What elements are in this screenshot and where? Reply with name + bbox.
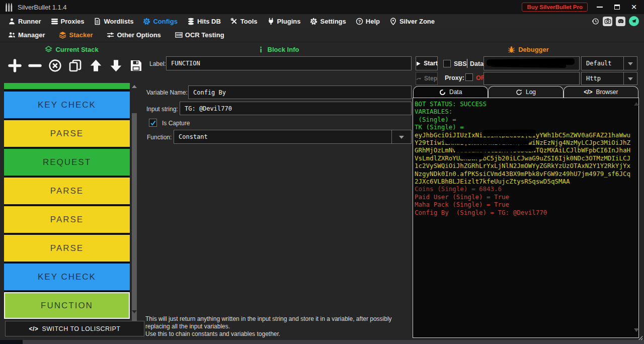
- menu-item-label: Tools: [240, 18, 258, 25]
- duplicate-block-button[interactable]: [68, 59, 82, 72]
- proxy-input[interactable]: [484, 72, 580, 85]
- svg-text:?: ?: [358, 19, 361, 24]
- plugins-icon: [267, 18, 275, 25]
- label-input[interactable]: [166, 56, 412, 70]
- move-down-button[interactable]: [109, 59, 123, 72]
- console-line: VsLmdlZXRoYUBnbWFpbC5jb20iLCJwaG9uZSI6Ij…: [415, 154, 638, 162]
- menu-item-tools[interactable]: Tools: [230, 18, 258, 25]
- submenu-item-label: Manager: [18, 31, 45, 39]
- add-block-button[interactable]: [8, 59, 22, 72]
- submenu-item-stacker[interactable]: Stacker: [59, 31, 93, 39]
- bot-type-select[interactable]: Default: [581, 56, 637, 70]
- console-line: NzgyNDk0In0.afPKSsiCVmd43BX9mPbk8vFGW9z4…: [415, 170, 638, 178]
- ocr-testing-icon: R: [175, 31, 183, 39]
- telegram-icon[interactable]: [629, 16, 639, 26]
- menu-item-runner[interactable]: Runner: [8, 18, 41, 25]
- step-button[interactable]: Step: [416, 72, 438, 85]
- select-divider: [623, 72, 624, 84]
- close-button[interactable]: ×: [629, 2, 639, 12]
- menu-item-help[interactable]: ?Help: [356, 18, 380, 25]
- bug-icon: [508, 46, 515, 53]
- function-description: This will just return anything written i…: [145, 315, 413, 338]
- silverbullet-logo-icon: [5, 2, 13, 12]
- code-icon: </>: [29, 325, 39, 332]
- menu-item-label: Wordlists: [104, 18, 133, 25]
- maximize-button[interactable]: [612, 2, 622, 12]
- history-icon[interactable]: [592, 18, 599, 25]
- stack-block-partial[interactable]: [4, 83, 130, 89]
- hits-db-icon: [187, 18, 195, 25]
- stacker-icon: [59, 31, 66, 39]
- tab-label: Log: [526, 89, 536, 96]
- clear-stack-button[interactable]: [48, 59, 62, 72]
- debugger-header: Debugger: [413, 44, 644, 54]
- discord-icon[interactable]: [616, 17, 625, 26]
- tab-label: Data: [449, 89, 462, 96]
- tab-data[interactable]: Data: [413, 86, 488, 98]
- browser-tab-icon: </>: [584, 89, 592, 96]
- horizontal-scrollbar-thumb[interactable]: [23, 340, 644, 344]
- switch-to-loliscript-button[interactable]: </> SWITCH TO LOLISCRIPT: [5, 321, 144, 336]
- proxy-checkbox[interactable]: [465, 73, 473, 81]
- chevron-down-icon: [399, 136, 404, 141]
- save-stack-button[interactable]: [129, 59, 143, 72]
- label-field-label: Label:: [149, 60, 166, 67]
- function-select[interactable]: Constant: [174, 130, 412, 144]
- maximize-icon: [614, 5, 620, 10]
- is-capture-label: Is Capture: [162, 120, 190, 127]
- menu-item-proxies[interactable]: Proxies: [51, 18, 85, 25]
- minimize-icon: [597, 7, 603, 8]
- stack-block-key-check[interactable]: KEY CHECK: [4, 92, 130, 118]
- stack-block-key-check[interactable]: KEY CHECK: [4, 264, 130, 290]
- scroll-down-arrow-icon[interactable]: [132, 310, 137, 313]
- menu-item-settings[interactable]: Settings: [310, 18, 346, 25]
- move-up-button[interactable]: [89, 59, 103, 72]
- minimize-button[interactable]: [595, 2, 605, 12]
- horizontal-scrollbar[interactable]: [0, 340, 644, 344]
- sbs-checkbox[interactable]: [443, 60, 451, 67]
- menu-item-plugins[interactable]: Plugins: [267, 18, 301, 25]
- chevron-down-icon: [628, 62, 633, 68]
- menu-item-silver-zone[interactable]: Silver Zone: [389, 18, 435, 25]
- stack-block-parse[interactable]: PARSE: [4, 120, 130, 147]
- start-button[interactable]: Start: [416, 56, 438, 70]
- current-stack-header: Current Stack: [0, 44, 143, 54]
- console-scroll-up-icon[interactable]: [634, 102, 639, 106]
- scroll-up-arrow-icon[interactable]: [132, 85, 137, 88]
- submenu-item-manager[interactable]: Manager: [8, 31, 45, 39]
- tab-browser[interactable]: </>Browser: [564, 86, 638, 98]
- sbs-label: SBS: [454, 60, 467, 67]
- console-line: Coins (Single) = 6843.6: [415, 185, 638, 193]
- remove-block-button[interactable]: [28, 59, 42, 72]
- variable-name-input[interactable]: [188, 85, 412, 99]
- stack-block-parse[interactable]: PARSE: [4, 178, 130, 204]
- stack-layers-icon: [45, 46, 52, 53]
- proxy-type-value: Http: [586, 75, 623, 82]
- tools-icon: [230, 18, 238, 25]
- menu-item-hits-db[interactable]: Hits DB: [187, 18, 221, 25]
- screenshot-icon[interactable]: [603, 17, 612, 26]
- submenu-item-label: OCR Testing: [185, 31, 224, 39]
- console-scroll-down-icon[interactable]: [634, 328, 639, 332]
- proxy-label: Proxy:: [445, 74, 464, 81]
- stack-list-scrollbar[interactable]: [131, 83, 137, 330]
- input-string-input[interactable]: [180, 102, 412, 115]
- proxy-type-select[interactable]: Http: [581, 72, 637, 85]
- tab-log[interactable]: Log: [488, 86, 563, 98]
- buy-pro-button[interactable]: Buy SilverBullet Pro: [522, 3, 588, 12]
- submenu-item-ocr-testing[interactable]: ROCR Testing: [175, 31, 224, 39]
- menu-item-wordlists[interactable]: Wordlists: [94, 18, 133, 25]
- select-divider: [391, 130, 392, 143]
- scrollbar-thumb[interactable]: [132, 113, 137, 324]
- menu-item-configs[interactable]: Configs: [143, 18, 177, 25]
- log-tab-icon: [516, 89, 522, 96]
- stack-block-parse[interactable]: PARSE: [4, 235, 130, 262]
- stack-block-request[interactable]: REQUEST: [4, 149, 130, 176]
- menu-item-label: Configs: [153, 18, 177, 25]
- manager-icon: [8, 31, 16, 39]
- stack-block-parse[interactable]: PARSE: [4, 206, 130, 233]
- silver-zone-icon: [389, 18, 397, 25]
- submenu-item-other-options[interactable]: Other Options: [107, 31, 160, 39]
- is-capture-checkbox[interactable]: [149, 119, 157, 127]
- stack-block-function[interactable]: FUNCTION: [4, 292, 130, 319]
